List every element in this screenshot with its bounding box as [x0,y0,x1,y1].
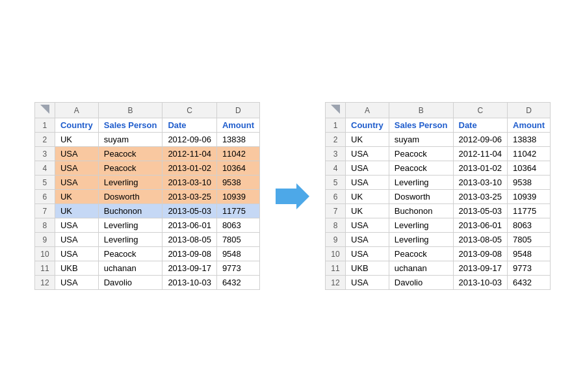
right-corner-cell [326,103,346,118]
cell-a: UKB [346,261,389,276]
cell-b: uchanan [98,261,162,276]
cell-a: USA [346,161,389,176]
left-spreadsheet: A B C D 1 Country Sales Person Date Amou… [34,102,260,290]
cell-d: 6432 [216,276,259,290]
cell-d: 9773 [216,261,259,276]
cell-c: 2013-03-10 [453,176,508,190]
table-row: 6UKDosworth2013-03-2510939 [326,190,551,204]
cell-c: 2013-08-05 [453,233,508,247]
table-row: 5USALeverling2013-03-109538 [326,176,551,190]
cell-b: Leverling [389,218,453,233]
table-row: 2UKsuyam2012-09-0613838 [326,133,551,147]
cell-c: 2013-05-03 [162,204,217,218]
row-header-num: 9 [34,233,55,247]
cell-c: 2012-09-06 [162,133,217,147]
cell-d: 6432 [508,276,551,290]
cell-a: UKB [55,261,98,276]
cell-c: 2013-06-01 [453,218,508,233]
cell-b: suyam [389,133,453,147]
right-header-salesperson: Sales Person [389,118,453,133]
cell-c: 2013-05-03 [453,204,508,218]
row-header-num: 5 [34,176,55,190]
table-row: 12USADavolio2013-10-036432 [34,276,259,290]
cell-a: USA [55,161,98,176]
cell-c: 2013-03-25 [162,190,217,204]
cell-b: Davolio [389,276,453,290]
cell-d: 10364 [216,161,259,176]
cell-b: suyam [98,133,162,147]
cell-c: 2012-09-06 [453,133,508,147]
cell-c: 2013-03-10 [162,176,217,190]
cell-b: Peacock [98,247,162,261]
cell-d: 9548 [216,247,259,261]
row-header-num: 2 [326,133,346,147]
cell-d: 7805 [508,233,551,247]
left-col-d: D [216,103,259,118]
table-row: 8USALeverling2013-06-018063 [326,218,551,233]
cell-d: 11775 [216,204,259,218]
cell-a: USA [55,247,98,261]
cell-a: UK [346,204,389,218]
right-col-b: B [389,103,453,118]
cell-a: UK [55,190,98,204]
cell-a: USA [346,147,389,161]
cell-c: 2013-06-01 [162,218,217,233]
cell-a: USA [346,218,389,233]
cell-c: 2013-09-17 [162,261,217,276]
table-row: 10USAPeacock2013-09-089548 [34,247,259,261]
row-header-num: 12 [34,276,55,290]
table-row: 5USALeverling2013-03-109538 [34,176,259,190]
row-header-num: 11 [326,261,346,276]
cell-d: 7805 [216,233,259,247]
cell-a: USA [346,247,389,261]
cell-a: USA [55,147,98,161]
cell-a: USA [55,176,98,190]
table-row: 4USAPeacock2013-01-0210364 [326,161,551,176]
cell-b: Leverling [98,218,162,233]
row-header-num: 6 [34,190,55,204]
cell-d: 11042 [216,147,259,161]
cell-c: 2013-10-03 [453,276,508,290]
svg-marker-1 [276,183,309,209]
cell-d: 13838 [216,133,259,147]
cell-b: Buchonon [389,204,453,218]
cell-b: Dosworth [389,190,453,204]
cell-d: 9538 [216,176,259,190]
left-header-amount: Amount [216,118,259,133]
left-header-date: Date [162,118,217,133]
cell-d: 10939 [216,190,259,204]
table-row: 4USAPeacock2013-01-0210364 [34,161,259,176]
cell-a: USA [346,176,389,190]
cell-d: 9773 [508,261,551,276]
cell-c: 2012-11-04 [453,147,508,161]
corner-cell [34,103,55,118]
cell-b: Leverling [389,233,453,247]
cell-c: 2013-01-02 [162,161,217,176]
cell-d: 13838 [508,133,551,147]
cell-a: UK [55,204,98,218]
row-header-num: 7 [326,204,346,218]
cell-d: 11042 [508,147,551,161]
cell-a: USA [55,233,98,247]
right-header-amount: Amount [508,118,551,133]
page-wrapper: A B C D 1 Country Sales Person Date Amou… [21,89,564,303]
cell-a: USA [346,233,389,247]
cell-b: Leverling [98,233,162,247]
row-header-num: 3 [34,147,55,161]
table-row: 3USAPeacock2012-11-0411042 [326,147,551,161]
table-row: 11UKBuchanan2013-09-179773 [326,261,551,276]
row-header-num: 10 [326,247,346,261]
row-header-num: 8 [34,218,55,233]
table-row: 9USALeverling2013-08-057805 [34,233,259,247]
cell-c: 2013-01-02 [453,161,508,176]
cell-c: 2013-03-25 [453,190,508,204]
cell-d: 8063 [216,218,259,233]
row-header-num: 5 [326,176,346,190]
cell-b: Leverling [98,176,162,190]
cell-a: USA [346,276,389,290]
left-col-a: A [55,103,98,118]
right-row-header-1: 1 [326,118,346,133]
cell-a: UK [55,133,98,147]
table-row: 7UKBuchonon2013-05-0311775 [34,204,259,218]
cell-c: 2013-10-03 [162,276,217,290]
